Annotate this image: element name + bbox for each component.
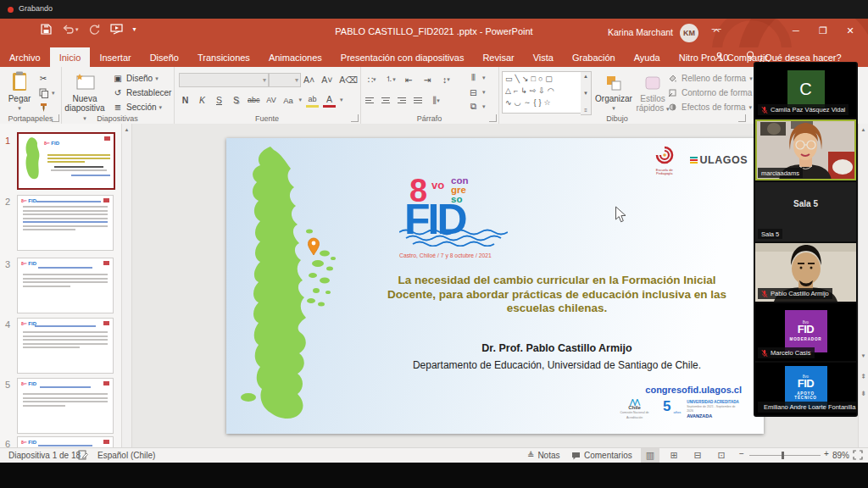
restore-button[interactable]: ❐	[815, 25, 831, 36]
comments-button[interactable]: Comentarios	[571, 451, 632, 460]
tab-presentacion[interactable]: Presentación con diapositivas	[331, 47, 474, 67]
char-spacing-button[interactable]: AV	[265, 94, 278, 107]
slide-title[interactable]: La necesidad del cambio curricular en la…	[383, 274, 731, 316]
tab-grabacion[interactable]: Grabación	[563, 47, 625, 67]
section-button[interactable]: ≣Sección▾	[112, 102, 162, 113]
font-color-button[interactable]: A	[323, 92, 336, 108]
thumbnail-scrollbar[interactable]: ▲	[121, 124, 132, 447]
participant-tile-emiliano[interactable]: 8vo FID APOYO TÉCNICO Emiliano Andre Loa…	[755, 363, 856, 415]
zoom-slider-thumb[interactable]	[782, 452, 784, 459]
numbering-icon[interactable]: ⒈▾	[384, 73, 397, 86]
outdent-icon[interactable]: ⇤	[403, 73, 415, 86]
minimize-button[interactable]: ─	[788, 25, 804, 36]
clear-format-button[interactable]: A⌫	[338, 73, 359, 86]
shape-outline-button[interactable]: Contorno de forma▾	[666, 87, 759, 98]
start-slideshow-icon[interactable]	[110, 24, 123, 35]
underline-button[interactable]: S	[213, 94, 225, 107]
slide-sorter-button[interactable]: ⊞	[665, 448, 683, 463]
ribbon-display-options-button[interactable]: ⌤	[709, 25, 724, 36]
close-button[interactable]: ✕	[843, 25, 858, 36]
font-dialog-launcher[interactable]	[351, 114, 359, 122]
qat-customize-icon[interactable]: ▾	[133, 25, 136, 33]
tab-diseno[interactable]: Diseño	[141, 47, 188, 67]
align-text-button[interactable]: ⊟▾	[467, 86, 486, 98]
cut-button[interactable]: ✂	[37, 73, 49, 84]
reset-button[interactable]: ↺Restablecer	[112, 87, 171, 98]
shapes-gallery[interactable]: ▭╲↘□○▢ △⌐↳⇨⇩◠ ∿◡～{}☆	[502, 71, 587, 114]
arrange-button[interactable]: Organizar▾	[593, 69, 634, 113]
shapes-gallery-scroll[interactable]: ▲▼≡	[581, 71, 592, 115]
zoom-in-button[interactable]: +	[824, 449, 829, 458]
tab-transiciones[interactable]: Transiciones	[188, 47, 259, 67]
strikethrough-button[interactable]: abc	[247, 94, 261, 107]
italic-button[interactable]: K	[196, 94, 209, 107]
tab-animaciones[interactable]: Animaciones	[259, 47, 331, 67]
tab-archivo[interactable]: Archivo	[0, 47, 50, 67]
align-left-icon[interactable]	[365, 96, 375, 105]
scroll-down-icon[interactable]: ▼	[859, 351, 868, 361]
layout-button[interactable]: ▣Diseño▾	[112, 73, 159, 84]
grow-font-button[interactable]: A˄	[303, 73, 315, 86]
redo-icon[interactable]	[89, 24, 100, 35]
participant-tile-marcelo[interactable]: 8vo FID MODERADOR Marcelo Casis	[755, 303, 856, 361]
shrink-font-button[interactable]: A˅	[320, 73, 333, 86]
tab-inicio[interactable]: Inicio	[50, 47, 91, 67]
slide-author[interactable]: Dr. Prof. Pablo Castillo Armijo	[383, 342, 731, 354]
font-size-combo[interactable]: ▾	[269, 73, 301, 87]
tab-ayuda[interactable]: Ayuda	[625, 47, 670, 67]
bold-button[interactable]: N	[179, 94, 192, 107]
copy-button[interactable]: ▾	[37, 87, 55, 98]
line-spacing-icon[interactable]: ↕▾	[440, 73, 453, 86]
paragraph-dialog-launcher[interactable]	[489, 114, 497, 122]
align-right-icon[interactable]	[398, 96, 407, 105]
normal-view-button[interactable]: ▥	[641, 448, 659, 463]
reading-view-button[interactable]: ⊟	[688, 448, 707, 463]
tab-revisar[interactable]: Revisar	[473, 47, 523, 67]
slide-counter[interactable]: Diapositiva 1 de 18	[8, 451, 81, 460]
thumbnail-slide-1[interactable]: 8ᵛᵒ FID	[17, 132, 115, 190]
highlight-button[interactable]: ab	[306, 92, 319, 108]
scroll-up-icon[interactable]: ▲	[859, 125, 868, 135]
congress-url[interactable]: congresofid.ulagos.cl	[604, 385, 742, 395]
zoom-level[interactable]: 89%	[832, 451, 849, 460]
paste-button[interactable]: Pegar▾	[0, 69, 39, 113]
clipboard-dialog-launcher[interactable]	[52, 114, 59, 122]
participant-tile-marciaadams[interactable]: marciaadams	[755, 119, 856, 180]
participant-tile-pablo[interactable]: Pablo Castillo Armijo	[755, 243, 856, 302]
zoom-out-button[interactable]: −	[739, 449, 744, 458]
tab-vista[interactable]: Vista	[524, 47, 563, 67]
format-painter-button[interactable]	[37, 102, 49, 113]
columns-icon[interactable]: ⫼▾	[430, 94, 442, 107]
shadow-button[interactable]: S	[230, 94, 242, 107]
shape-fill-button[interactable]: Relleno de forma▾	[666, 73, 753, 84]
change-case-button[interactable]: Aa	[282, 94, 295, 107]
fit-to-window-icon[interactable]	[853, 450, 863, 462]
notes-pen-icon[interactable]	[78, 450, 88, 462]
slide-department[interactable]: Departamento de Educación, Universidad d…	[383, 359, 731, 371]
thumbnail-slide-5[interactable]: 8ᵛᵒ FID	[17, 378, 114, 434]
zoom-slider[interactable]	[749, 455, 821, 456]
thumbnail-slide-3[interactable]: 8ᵛᵒ FID	[17, 258, 114, 313]
indent-icon[interactable]: ⇥	[421, 73, 434, 86]
slideshow-button[interactable]: ⊡	[712, 448, 731, 463]
thumbnail-slide-2[interactable]: 8ᵛᵒ FID	[17, 195, 114, 251]
font-name-combo[interactable]: ▾	[179, 73, 269, 87]
tab-insertar[interactable]: Insertar	[90, 47, 140, 67]
justify-icon[interactable]	[414, 96, 423, 105]
notes-button[interactable]: ≜Notas	[527, 451, 560, 460]
undo-icon[interactable]: ▾	[62, 25, 79, 35]
drawing-dialog-launcher[interactable]	[738, 114, 746, 122]
thumbnail-slide-4[interactable]: 8ᵛᵒ FID	[17, 318, 114, 374]
save-icon[interactable]	[41, 24, 52, 35]
participant-tile-camila[interactable]: C Camila Paz Vásquez Vidal	[755, 63, 856, 118]
shape-effects-button[interactable]: Efectos de forma▾	[666, 102, 752, 113]
align-center-icon[interactable]	[381, 96, 391, 105]
thumbnail-slide-6[interactable]: 8ᵛᵒ FID	[17, 436, 114, 447]
user-name[interactable]: Karina Marchant	[608, 27, 673, 37]
language-indicator[interactable]: Español (Chile)	[97, 451, 155, 460]
canvas-scrollbar[interactable]: ▲ ▼ ⇞ ⇟	[858, 124, 868, 447]
bullets-icon[interactable]: ∷▾	[365, 73, 378, 86]
scroll-up-icon[interactable]: ▲	[122, 125, 131, 135]
participant-tile-sala5[interactable]: Sala 5 Sala 5	[755, 182, 856, 241]
previous-slide-icon[interactable]: ⇞	[859, 371, 868, 381]
